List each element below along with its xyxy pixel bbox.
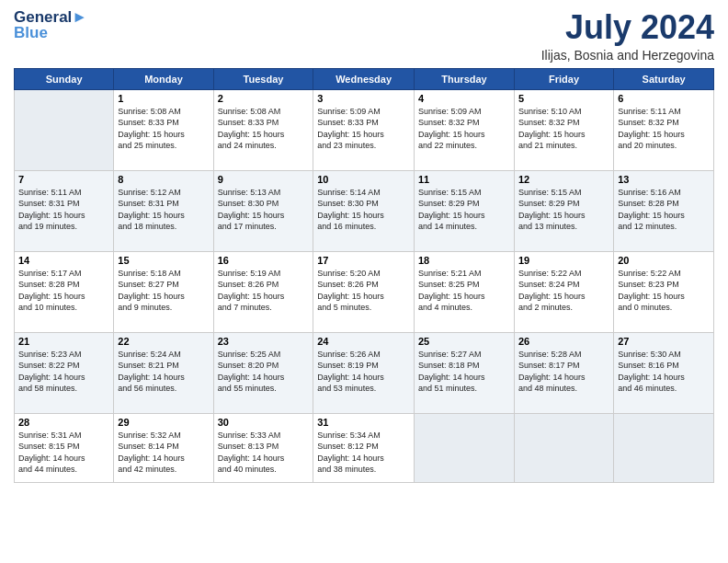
table-row: 31Sunrise: 5:34 AM Sunset: 8:12 PM Dayli… — [313, 413, 415, 482]
day-number: 29 — [118, 417, 209, 428]
day-info: Sunrise: 5:09 AM Sunset: 8:33 PM Dayligh… — [317, 106, 410, 152]
day-info: Sunrise: 5:24 AM Sunset: 8:21 PM Dayligh… — [118, 349, 209, 395]
table-row: 22Sunrise: 5:24 AM Sunset: 8:21 PM Dayli… — [114, 332, 213, 413]
table-row: 17Sunrise: 5:20 AM Sunset: 8:26 PM Dayli… — [313, 251, 415, 332]
calendar-table: Sunday Monday Tuesday Wednesday Thursday… — [14, 68, 714, 483]
table-row: 18Sunrise: 5:21 AM Sunset: 8:25 PM Dayli… — [414, 251, 514, 332]
day-number: 18 — [418, 255, 510, 266]
table-row: 28Sunrise: 5:31 AM Sunset: 8:15 PM Dayli… — [15, 413, 114, 482]
day-info: Sunrise: 5:30 AM Sunset: 8:16 PM Dayligh… — [618, 349, 710, 395]
table-row — [15, 89, 114, 170]
day-number: 17 — [317, 255, 410, 266]
day-number: 15 — [118, 255, 209, 266]
day-info: Sunrise: 5:19 AM Sunset: 8:26 PM Dayligh… — [218, 268, 310, 314]
calendar-location: Ilijas, Bosnia and Herzegovina — [541, 48, 714, 63]
page: General► Blue July 2024 Ilijas, Bosnia a… — [0, 0, 728, 563]
day-info: Sunrise: 5:16 AM Sunset: 8:28 PM Dayligh… — [618, 187, 710, 233]
day-number: 27 — [618, 336, 710, 347]
day-info: Sunrise: 5:22 AM Sunset: 8:24 PM Dayligh… — [518, 268, 609, 314]
header: General► Blue July 2024 Ilijas, Bosnia a… — [14, 9, 714, 63]
day-info: Sunrise: 5:17 AM Sunset: 8:28 PM Dayligh… — [18, 268, 109, 314]
col-thursday: Thursday — [414, 68, 514, 89]
table-row: 15Sunrise: 5:18 AM Sunset: 8:27 PM Dayli… — [114, 251, 213, 332]
table-row: 23Sunrise: 5:25 AM Sunset: 8:20 PM Dayli… — [213, 332, 313, 413]
col-tuesday: Tuesday — [213, 68, 313, 89]
day-info: Sunrise: 5:20 AM Sunset: 8:26 PM Dayligh… — [317, 268, 410, 314]
logo: General► Blue — [14, 9, 87, 40]
day-number: 9 — [218, 174, 310, 185]
day-number: 4 — [418, 93, 510, 104]
col-wednesday: Wednesday — [313, 68, 415, 89]
day-number: 21 — [18, 336, 109, 347]
day-info: Sunrise: 5:15 AM Sunset: 8:29 PM Dayligh… — [518, 187, 609, 233]
table-row: 11Sunrise: 5:15 AM Sunset: 8:29 PM Dayli… — [414, 170, 514, 251]
table-row: 6Sunrise: 5:11 AM Sunset: 8:32 PM Daylig… — [614, 89, 714, 170]
day-number: 10 — [317, 174, 410, 185]
day-number: 24 — [317, 336, 410, 347]
day-info: Sunrise: 5:25 AM Sunset: 8:20 PM Dayligh… — [218, 349, 310, 395]
day-number: 14 — [18, 255, 109, 266]
day-info: Sunrise: 5:21 AM Sunset: 8:25 PM Dayligh… — [418, 268, 510, 314]
day-info: Sunrise: 5:08 AM Sunset: 8:33 PM Dayligh… — [118, 106, 209, 152]
day-info: Sunrise: 5:11 AM Sunset: 8:32 PM Dayligh… — [618, 106, 710, 152]
col-friday: Friday — [514, 68, 613, 89]
day-number: 5 — [518, 93, 609, 104]
table-row: 4Sunrise: 5:09 AM Sunset: 8:32 PM Daylig… — [414, 89, 514, 170]
table-row: 10Sunrise: 5:14 AM Sunset: 8:30 PM Dayli… — [313, 170, 415, 251]
day-info: Sunrise: 5:08 AM Sunset: 8:33 PM Dayligh… — [218, 106, 310, 152]
col-sunday: Sunday — [15, 68, 114, 89]
day-info: Sunrise: 5:09 AM Sunset: 8:32 PM Dayligh… — [418, 106, 510, 152]
day-info: Sunrise: 5:31 AM Sunset: 8:15 PM Dayligh… — [18, 430, 109, 476]
table-row: 12Sunrise: 5:15 AM Sunset: 8:29 PM Dayli… — [514, 170, 613, 251]
table-row: 26Sunrise: 5:28 AM Sunset: 8:17 PM Dayli… — [514, 332, 613, 413]
day-info: Sunrise: 5:14 AM Sunset: 8:30 PM Dayligh… — [317, 187, 410, 233]
day-number: 26 — [518, 336, 609, 347]
header-row: Sunday Monday Tuesday Wednesday Thursday… — [15, 68, 714, 89]
day-number: 8 — [118, 174, 209, 185]
table-row: 1Sunrise: 5:08 AM Sunset: 8:33 PM Daylig… — [114, 89, 213, 170]
day-info: Sunrise: 5:23 AM Sunset: 8:22 PM Dayligh… — [18, 349, 109, 395]
table-row: 14Sunrise: 5:17 AM Sunset: 8:28 PM Dayli… — [15, 251, 114, 332]
day-number: 19 — [518, 255, 609, 266]
table-row: 16Sunrise: 5:19 AM Sunset: 8:26 PM Dayli… — [213, 251, 313, 332]
table-row: 7Sunrise: 5:11 AM Sunset: 8:31 PM Daylig… — [15, 170, 114, 251]
day-info: Sunrise: 5:28 AM Sunset: 8:17 PM Dayligh… — [518, 349, 609, 395]
day-number: 20 — [618, 255, 710, 266]
table-row: 5Sunrise: 5:10 AM Sunset: 8:32 PM Daylig… — [514, 89, 613, 170]
day-number: 3 — [317, 93, 410, 104]
table-row: 20Sunrise: 5:22 AM Sunset: 8:23 PM Dayli… — [614, 251, 714, 332]
table-row: 2Sunrise: 5:08 AM Sunset: 8:33 PM Daylig… — [213, 89, 313, 170]
table-row — [414, 413, 514, 482]
day-number: 31 — [317, 417, 410, 428]
day-info: Sunrise: 5:34 AM Sunset: 8:12 PM Dayligh… — [317, 430, 410, 476]
col-saturday: Saturday — [614, 68, 714, 89]
title-block: July 2024 Ilijas, Bosnia and Herzegovina — [541, 9, 714, 63]
table-row: 29Sunrise: 5:32 AM Sunset: 8:14 PM Dayli… — [114, 413, 213, 482]
table-row: 25Sunrise: 5:27 AM Sunset: 8:18 PM Dayli… — [414, 332, 514, 413]
day-info: Sunrise: 5:13 AM Sunset: 8:30 PM Dayligh… — [218, 187, 310, 233]
table-row: 9Sunrise: 5:13 AM Sunset: 8:30 PM Daylig… — [213, 170, 313, 251]
day-info: Sunrise: 5:22 AM Sunset: 8:23 PM Dayligh… — [618, 268, 710, 314]
day-info: Sunrise: 5:12 AM Sunset: 8:31 PM Dayligh… — [118, 187, 209, 233]
day-number: 13 — [618, 174, 710, 185]
table-row: 13Sunrise: 5:16 AM Sunset: 8:28 PM Dayli… — [614, 170, 714, 251]
day-info: Sunrise: 5:32 AM Sunset: 8:14 PM Dayligh… — [118, 430, 209, 476]
day-number: 25 — [418, 336, 510, 347]
logo-bird-icon: ► — [72, 8, 87, 26]
day-info: Sunrise: 5:15 AM Sunset: 8:29 PM Dayligh… — [418, 187, 510, 233]
day-number: 12 — [518, 174, 609, 185]
day-number: 11 — [418, 174, 510, 185]
day-number: 23 — [218, 336, 310, 347]
day-number: 1 — [118, 93, 209, 104]
day-number: 22 — [118, 336, 209, 347]
day-number: 2 — [218, 93, 310, 104]
day-info: Sunrise: 5:26 AM Sunset: 8:19 PM Dayligh… — [317, 349, 410, 395]
day-info: Sunrise: 5:33 AM Sunset: 8:13 PM Dayligh… — [218, 430, 310, 476]
day-number: 28 — [18, 417, 109, 428]
calendar-title: July 2024 — [541, 9, 714, 46]
day-number: 16 — [218, 255, 310, 266]
day-info: Sunrise: 5:18 AM Sunset: 8:27 PM Dayligh… — [118, 268, 209, 314]
table-row: 19Sunrise: 5:22 AM Sunset: 8:24 PM Dayli… — [514, 251, 613, 332]
table-row: 27Sunrise: 5:30 AM Sunset: 8:16 PM Dayli… — [614, 332, 714, 413]
day-number: 30 — [218, 417, 310, 428]
